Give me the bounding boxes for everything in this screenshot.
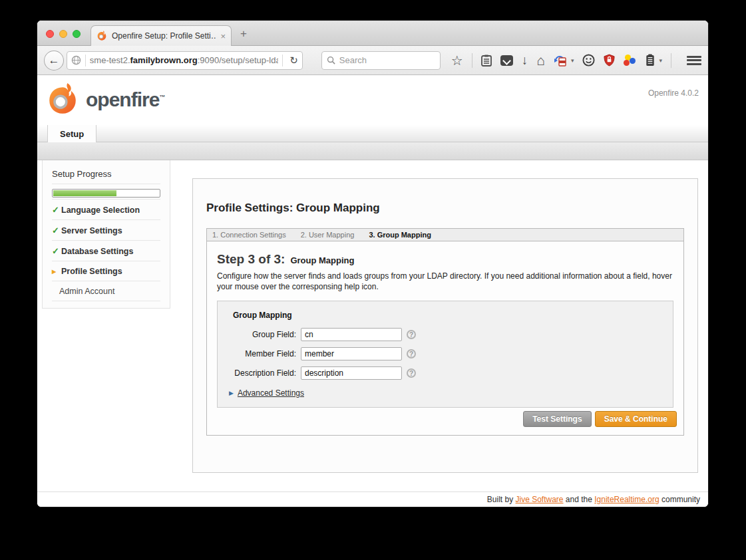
- url-divider: [282, 55, 283, 67]
- check-icon: ✓: [52, 205, 59, 215]
- group-field-label: Group Field:: [228, 330, 301, 339]
- page-title: Profile Settings: Group Mapping: [206, 202, 684, 215]
- advanced-settings-toggle[interactable]: ▶ Advanced Settings: [229, 388, 663, 398]
- openfire-flame-icon: [46, 83, 79, 116]
- pdf-tool-icon[interactable]: [554, 54, 567, 67]
- openfire-header: openfire™ Openfire 4.0.2: [37, 75, 708, 125]
- form-row-group-field: Group Field: ?: [228, 328, 663, 341]
- footer-text: and the: [564, 495, 595, 504]
- check-icon: ✓: [52, 246, 59, 256]
- main-panel: Profile Settings: Group Mapping 1. Conne…: [192, 178, 698, 473]
- toolbar-icons: ☆ ↓ ⌂: [451, 53, 701, 68]
- openfire-logo: openfire™: [46, 83, 164, 116]
- toolbar-divider: [671, 53, 671, 68]
- menu-hamburger-icon[interactable]: [687, 56, 701, 65]
- sidebar-item-label: Database Settings: [61, 247, 133, 256]
- tab-title: Openfire Setup: Profile Setti…: [112, 31, 216, 41]
- browser-tab[interactable]: Openfire Setup: Profile Setti… ×: [91, 25, 232, 46]
- security-shield-icon[interactable]: [604, 54, 615, 67]
- help-icon[interactable]: ?: [407, 368, 416, 378]
- window-zoom-button[interactable]: [73, 30, 81, 38]
- group-mapping-form: Group Mapping Group Field: ? Member Fiel…: [217, 301, 673, 408]
- reload-icon[interactable]: ↻: [287, 55, 298, 67]
- url-text[interactable]: sme-test2.familybrown.org:9090/setup/set…: [90, 55, 278, 65]
- member-field-label: Member Field:: [228, 349, 301, 358]
- openfire-logo-text: openfire™: [86, 88, 164, 111]
- form-row-member-field: Member Field: ?: [228, 347, 663, 360]
- search-bar[interactable]: Search: [321, 51, 441, 70]
- home-icon[interactable]: ⌂: [536, 53, 545, 67]
- help-icon[interactable]: ?: [407, 330, 416, 339]
- browser-toolbar: ← sme-test2.familybrown.org:9090/setup/s…: [37, 46, 708, 75]
- tab-setup[interactable]: Setup: [47, 125, 96, 142]
- sidebar-item-admin-account[interactable]: Admin Account: [52, 281, 160, 301]
- group-field-input[interactable]: [301, 328, 402, 341]
- description-field-label: Description Field:: [228, 368, 301, 378]
- bookmark-star-icon[interactable]: ☆: [451, 54, 463, 67]
- description-field-input[interactable]: [301, 366, 402, 380]
- sidebar-item-language-selection[interactable]: ✓ Language Selection: [52, 199, 160, 219]
- tab-close-icon[interactable]: ×: [220, 31, 226, 41]
- new-tab-button[interactable]: +: [240, 27, 247, 41]
- url-bar[interactable]: sme-test2.familybrown.org:9090/setup/set…: [67, 51, 303, 70]
- browser-window: Openfire Setup: Profile Setti… × + ← sme…: [37, 20, 709, 507]
- member-field-input[interactable]: [301, 347, 402, 360]
- progress-bar-fill: [53, 190, 116, 196]
- tab-group-mapping[interactable]: 3. Group Mapping: [363, 231, 441, 239]
- sidebar-item-label: Admin Account: [59, 287, 114, 296]
- tab-user-mapping[interactable]: 2. User Mapping: [295, 231, 364, 239]
- test-settings-button[interactable]: Test Settings: [523, 411, 591, 427]
- tab-connection-settings[interactable]: 1. Connection Settings: [207, 231, 295, 239]
- footer-text: community: [659, 495, 700, 504]
- button-row: Test Settings Save & Continue: [523, 411, 677, 427]
- browser-tab-bar: Openfire Setup: Profile Setti… × +: [37, 21, 708, 46]
- search-icon: [327, 56, 335, 65]
- step-subtitle: Group Mapping: [290, 255, 354, 265]
- version-label: Openfire 4.0.2: [648, 88, 699, 98]
- extension-dots-icon[interactable]: [624, 55, 637, 67]
- save-continue-button[interactable]: Save & Continue: [595, 411, 677, 427]
- advanced-settings-link[interactable]: Advanced Settings: [238, 388, 304, 398]
- form-row-description-field: Description Field: ?: [228, 366, 663, 380]
- sidebar-title: Setup Progress: [52, 169, 160, 184]
- openfire-favicon-icon: [96, 31, 107, 41]
- step-heading: Step 3 of 3: Group Mapping: [217, 252, 673, 267]
- toolbar-divider: [472, 53, 472, 68]
- session-list-icon[interactable]: [646, 54, 655, 67]
- url-divider: [85, 55, 86, 67]
- sidebar-item-label: Profile Settings: [61, 267, 122, 276]
- help-icon[interactable]: ?: [407, 349, 416, 358]
- reading-list-icon[interactable]: [481, 55, 492, 67]
- setup-progress-sidebar: Setup Progress ✓ Language Selection ✓ Se…: [42, 160, 170, 309]
- form-title: Group Mapping: [233, 311, 663, 320]
- jive-software-link[interactable]: Jive Software: [516, 495, 564, 504]
- pocket-icon[interactable]: [500, 55, 513, 66]
- sub-toolbar-strip: [37, 142, 708, 160]
- check-icon: ✓: [52, 225, 59, 235]
- wizard-tab-bar: 1. Connection Settings 2. User Mapping 3…: [206, 228, 684, 241]
- window-minimize-button[interactable]: [59, 30, 67, 38]
- back-button[interactable]: ←: [44, 51, 64, 70]
- step-title: Step 3 of 3:: [217, 252, 285, 267]
- window-close-button[interactable]: [46, 30, 54, 38]
- downloads-icon[interactable]: ↓: [522, 54, 528, 67]
- feedback-smiley-icon[interactable]: [582, 54, 595, 67]
- session-list-caret-icon[interactable]: ▾: [659, 57, 662, 64]
- sidebar-item-server-settings[interactable]: ✓ Server Settings: [52, 219, 160, 240]
- sidebar-item-database-settings[interactable]: ✓ Database Settings: [52, 240, 160, 261]
- igniterealtime-link[interactable]: IgniteRealtime.org: [594, 495, 659, 504]
- step-description: Configure how the server finds and loads…: [217, 271, 673, 292]
- footer-text: Built by: [487, 495, 516, 504]
- current-step-arrow-icon: ▶: [52, 269, 59, 275]
- page-footer: Built by Jive Software and the IgniteRea…: [37, 491, 708, 507]
- sidebar-item-label: Language Selection: [61, 206, 140, 215]
- step-content: Step 3 of 3: Group Mapping Configure how…: [206, 241, 684, 436]
- progress-bar: [52, 189, 160, 198]
- globe-icon: [71, 55, 81, 65]
- pdf-tool-caret-icon[interactable]: ▾: [571, 57, 574, 64]
- search-placeholder: Search: [339, 55, 367, 65]
- sidebar-item-label: Server Settings: [61, 226, 122, 235]
- setup-tab-strip: Setup: [37, 125, 708, 142]
- advanced-arrow-icon: ▶: [229, 390, 234, 396]
- sidebar-item-profile-settings[interactable]: ▶ Profile Settings: [52, 261, 160, 281]
